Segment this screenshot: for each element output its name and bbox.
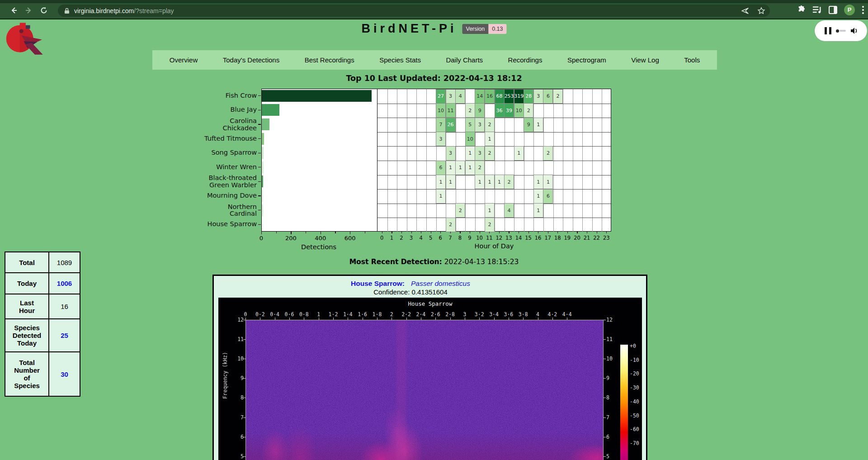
stats-value-today[interactable]: 1006 — [49, 273, 80, 294]
nav-item-recordings[interactable]: Recordings — [508, 56, 542, 64]
spectrogram-time-label: 1·2 — [329, 311, 338, 318]
refresh-icon[interactable] — [39, 5, 49, 15]
nav-item-best-recordings[interactable]: Best Recordings — [305, 56, 354, 64]
bar-fish-crow — [262, 90, 372, 102]
detection-panel: House Sparrow:Passer domesticus Confiden… — [212, 275, 647, 460]
nav-item-today-s-detections[interactable]: Today's Detections — [223, 56, 279, 64]
heatmap-gridline-v — [446, 89, 446, 232]
heatmap-cell: 28 — [524, 89, 533, 104]
heatmap-cell: 5 — [465, 118, 475, 132]
spectrogram-time-label: 1·6 — [358, 311, 367, 318]
heatmap-gridline-h — [377, 104, 612, 104]
bar-axis-tick — [261, 232, 262, 234]
hour-axis-tick — [431, 232, 431, 233]
heatmap-cell: 3 — [446, 146, 456, 161]
spectrogram-time-label: 1 — [317, 311, 320, 318]
heatmap-cell: 6 — [436, 161, 446, 175]
extensions-icon[interactable] — [797, 5, 806, 14]
spectrogram-freq-label-left: 9 — [235, 375, 244, 381]
heatmap-gridline-v — [533, 89, 534, 232]
spectrogram-plot — [245, 320, 604, 460]
bookmark-star-icon[interactable] — [757, 7, 765, 15]
heatmap-cell: 1 — [485, 132, 495, 146]
heatmap-cell: 4 — [455, 89, 465, 104]
spectrogram-colorbar — [620, 345, 628, 460]
nav-item-overview[interactable]: Overview — [170, 56, 198, 64]
nav-item-species-stats[interactable]: Species Stats — [379, 56, 421, 64]
send-icon[interactable] — [741, 7, 749, 15]
hour-axis-tick — [460, 232, 460, 233]
heatmap-gridline-v — [592, 89, 593, 232]
species-label-blue-jay: Blue Jay — [231, 107, 257, 114]
spectrogram-freq-label-right: 7 — [606, 414, 609, 421]
volume-icon[interactable] — [850, 27, 858, 34]
spectrogram-time-tick — [450, 318, 451, 320]
heatmap-cell: 2 — [543, 146, 553, 161]
seek-bar[interactable] — [836, 29, 846, 33]
hour-axis-tick-label: 4 — [419, 235, 422, 241]
heatmap-gridline-h — [377, 175, 612, 175]
hour-axis-tick-label: 8 — [458, 235, 462, 241]
side-panel-icon[interactable] — [829, 6, 837, 14]
spectrogram-time-tick — [377, 318, 377, 320]
heatmap-gridline-v — [426, 89, 427, 232]
spectrogram-scale-label: -30 — [630, 384, 639, 391]
nav-item-view-log[interactable]: View Log — [631, 56, 659, 64]
heatmap-gridline-v — [543, 89, 544, 232]
spectrogram-time-tick — [523, 318, 524, 320]
stats-label-species-detected-today: Species Detected Today — [5, 319, 48, 351]
hour-axis-label: Hour of Day — [475, 242, 514, 250]
birdnetpi-logo — [5, 20, 45, 57]
stats-value-total-number-of-species[interactable]: 30 — [49, 352, 80, 396]
back-icon[interactable] — [9, 5, 19, 15]
hour-axis-tick-label: 22 — [593, 235, 600, 241]
species-axis-tick — [258, 224, 261, 225]
species-label-house-sparrow: House Sparrow — [208, 221, 257, 228]
spectrogram-time-label: 0·8 — [299, 311, 309, 318]
spectrogram-freq-label-left: 6 — [235, 434, 244, 440]
profile-avatar[interactable]: P — [844, 5, 855, 15]
heatmap-cell: 2 — [524, 103, 533, 118]
spectrogram-scale-label: -70 — [630, 440, 639, 446]
nav-item-tools[interactable]: Tools — [684, 56, 700, 64]
stats-table: Total1089Today1006Last Hour16Species Det… — [5, 251, 80, 397]
hour-axis-tick — [489, 232, 490, 233]
bar-axis-tick-label: 0 — [259, 235, 263, 242]
spectrogram-freq-label-left: 8 — [235, 394, 244, 401]
spectrogram-time-label: 2·6 — [431, 311, 440, 318]
address-bar[interactable]: virginia.birdnetpi.com/?stream=play — [58, 5, 770, 17]
spectrogram-freq-label-left: 7 — [235, 414, 244, 421]
spectrogram-scale-label: -20 — [630, 370, 639, 377]
spectrogram-time-label: 4 — [536, 311, 539, 318]
spectrogram-time-label: 0·6 — [285, 311, 294, 318]
spectrogram-time-label: 1·4 — [343, 311, 353, 318]
hour-axis-tick-label: 2 — [400, 235, 403, 241]
media-queue-icon[interactable] — [812, 5, 822, 14]
spectrogram-freq-label-right: 6 — [606, 434, 609, 440]
species-axis-tick — [258, 210, 261, 210]
heatmap-cell: 16 — [485, 89, 495, 104]
most-recent-label: Most Recent Detection: — [349, 258, 442, 266]
spectrogram-freq-tick — [243, 339, 245, 340]
audio-player[interactable] — [815, 20, 867, 41]
heatmap-cell: 1 — [465, 161, 475, 175]
spectrogram-freq-tick — [243, 359, 245, 359]
pause-icon[interactable] — [825, 27, 831, 34]
stats-value-species-detected-today[interactable]: 25 — [49, 319, 80, 351]
spectrogram-time-label: 1·8 — [373, 311, 382, 318]
heatmap-cell: 1 — [514, 146, 524, 161]
forward-icon[interactable] — [24, 5, 33, 15]
heatmap-cell: 26 — [446, 118, 456, 132]
heatmap-gridline-h — [377, 218, 612, 218]
heatmap-cell: 2 — [553, 89, 563, 104]
heatmap-cell: 1 — [446, 175, 456, 189]
heatmap-cell: 1 — [495, 175, 505, 189]
heatmap-gridline-v — [485, 89, 485, 232]
spectrogram-time-label: 3·2 — [475, 311, 484, 318]
nav-item-spectrogram[interactable]: Spectrogram — [567, 56, 606, 64]
species-label-black-throated-green-warbler: Black-throated Green Warbler — [208, 175, 257, 189]
hour-axis-tick-label: 21 — [584, 235, 590, 241]
spectrogram-time-tick — [465, 318, 465, 320]
nav-item-daily-charts[interactable]: Daily Charts — [446, 56, 483, 64]
browser-menu-icon[interactable] — [862, 5, 864, 14]
